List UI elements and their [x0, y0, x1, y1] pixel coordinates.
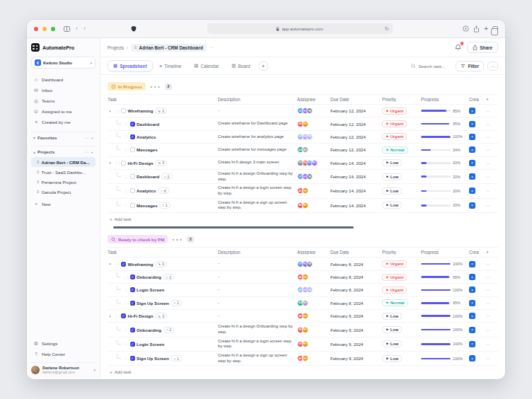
sidebar-item-teams[interactable]: ◎Teams	[31, 96, 96, 106]
notifications-button[interactable]: 1	[453, 43, 462, 52]
back-button[interactable]: ‹	[76, 25, 78, 32]
add-task-button[interactable]: +Add task	[108, 366, 498, 378]
table-row[interactable]: ▾⋮⋮Hi-Fi Design↳3Create hi-fi design 3 m…	[108, 157, 498, 170]
task-checkbox[interactable]	[130, 147, 135, 152]
task-checkbox[interactable]: ✓	[130, 342, 135, 347]
share-button[interactable]: Share	[467, 42, 498, 53]
page-more-icon[interactable]: ⋯	[209, 45, 214, 50]
table-row[interactable]: ⋮⋮Messages○1Create hi-fi a design a sign…	[108, 199, 498, 213]
filter-button[interactable]: Filter	[456, 61, 484, 71]
table-row[interactable]: ⋮⋮✓Sign Up Screen○1-AAHGFebruary 8, 2024…	[108, 297, 498, 310]
breadcrumb-current[interactable]: ≡ Adrian Bert - CRM Dashboard	[131, 44, 207, 52]
drag-handle-icon[interactable]: ⋮⋮	[115, 109, 120, 113]
downloads-icon[interactable]	[463, 25, 469, 32]
close-window-button[interactable]	[34, 27, 38, 31]
address-bar[interactable]: app.automatepro.com ↻	[207, 23, 393, 34]
drag-handle-icon[interactable]: ⋮⋮	[123, 189, 128, 193]
row-menu-button[interactable]: ⋯	[486, 134, 498, 139]
chevron-down-icon[interactable]: ▾	[108, 109, 112, 113]
add-task-button[interactable]: +Add task	[108, 213, 498, 225]
row-menu-button[interactable]: ⋯	[486, 328, 498, 332]
group-status-badge[interactable]: In Progress	[108, 82, 146, 91]
task-checkbox[interactable]	[130, 203, 135, 208]
row-menu-button[interactable]: ⋯	[486, 122, 498, 127]
sidebar-item-dashboard[interactable]: ⌂Dashboard	[31, 74, 96, 85]
row-menu-button[interactable]: ⋯	[486, 301, 498, 306]
table-row[interactable]: ⋮⋮✓Onboarding○2-ASHGFebruary 8, 2024⚑Urg…	[108, 271, 498, 284]
add-icon[interactable]: +	[91, 150, 93, 154]
row-menu-button[interactable]: ⋯	[486, 356, 498, 361]
browser-sidebar-icon[interactable]	[64, 26, 70, 32]
group-status-badge[interactable]: Ready to check by PM	[108, 235, 168, 243]
project-item[interactable]: ≡Adrian Bert - CRM Da...	[31, 157, 96, 167]
horizontal-scrollbar[interactable]	[113, 226, 354, 229]
tab-board[interactable]: ▥Board	[226, 60, 255, 71]
row-menu-button[interactable]: ⋯	[486, 262, 498, 267]
task-checkbox[interactable]: ✓	[130, 122, 135, 127]
sidebar-item-inbox[interactable]: ✉Inbox	[31, 85, 96, 96]
task-checkbox[interactable]: ✓	[130, 287, 135, 292]
drag-handle-icon[interactable]: ⋮⋮	[123, 148, 128, 152]
share-page-icon[interactable]	[473, 25, 480, 33]
more-icon[interactable]: ⋯	[84, 135, 88, 140]
task-checkbox[interactable]: ✓	[130, 134, 135, 139]
chevron-down-icon[interactable]: ▾	[108, 161, 112, 165]
task-checkbox[interactable]	[121, 108, 126, 113]
chevron-down-icon[interactable]: ▾	[108, 262, 112, 266]
breadcrumb-root[interactable]: Projects	[108, 45, 124, 50]
workspace-selector[interactable]: K Keitoto Studio ▾	[31, 57, 96, 69]
minimize-window-button[interactable]	[42, 27, 47, 31]
more-icon[interactable]: ⋯	[84, 149, 88, 154]
table-row[interactable]: ⋮⋮✓Login ScreenCreate hi-fi a design a l…	[108, 337, 498, 352]
row-menu-button[interactable]: ⋯	[486, 108, 498, 113]
favorites-section-header[interactable]: ▾ Favorites ⋯ +	[31, 132, 96, 141]
toolbar-more-button[interactable]: ⋯	[487, 62, 498, 71]
reload-icon[interactable]: ↻	[385, 26, 389, 32]
group-more-icon[interactable]: ⋯	[171, 233, 183, 246]
row-menu-button[interactable]: ⋯	[486, 342, 498, 347]
task-checkbox[interactable]	[130, 174, 135, 179]
task-checkbox[interactable]	[130, 188, 135, 193]
column-header-+[interactable]: +	[486, 97, 498, 102]
row-menu-button[interactable]: ⋯	[486, 174, 498, 179]
table-row[interactable]: ▾⋮⋮✓Wireframing↳3-GTHCTBFebruary 8, 2024…	[108, 258, 498, 270]
table-row[interactable]: ⋮⋮✓Login Screen-GTHCTBFebruary 8, 2024⚑U…	[108, 284, 498, 296]
table-row[interactable]: ⋮⋮Analytics○6Create hi-fi a design a log…	[108, 184, 498, 198]
column-header-+[interactable]: +	[486, 250, 498, 255]
search-box[interactable]	[411, 64, 452, 69]
search-input[interactable]	[418, 64, 452, 69]
drag-handle-icon[interactable]: ⋮⋮	[115, 262, 120, 266]
shield-icon[interactable]	[131, 25, 137, 32]
drag-handle-icon[interactable]: ⋮⋮	[123, 122, 128, 126]
task-checkbox[interactable]: ✓	[130, 328, 135, 332]
sidebar-item-assigned-to-me[interactable]: ⊙Assigned to me	[31, 106, 96, 117]
table-row[interactable]: ⋮⋮✓Sign Up Screen○1Create hi-fi a design…	[108, 352, 498, 366]
drag-handle-icon[interactable]: ⋮⋮	[123, 175, 128, 179]
zoom-window-button[interactable]	[51, 27, 55, 31]
row-menu-button[interactable]: ⋯	[486, 274, 498, 279]
table-row[interactable]: ⋮⋮✓DashboardCreate wireframe for Dashboa…	[108, 117, 498, 130]
sidebar-item-settings[interactable]: ⚙Settings	[31, 338, 96, 349]
project-item[interactable]: ≡Garuda Project	[31, 187, 96, 197]
row-menu-button[interactable]: ⋯	[486, 188, 498, 193]
projects-section-header[interactable]: ▴ Projects ⋯ +	[31, 146, 96, 156]
row-menu-button[interactable]: ⋯	[486, 161, 498, 166]
new-tab-icon[interactable]: +	[484, 25, 488, 33]
row-menu-button[interactable]: ⋯	[486, 203, 498, 208]
task-checkbox[interactable]	[121, 161, 126, 166]
table-row[interactable]: ⋮⋮MessagesCreate wireframe for messages …	[108, 144, 498, 156]
row-menu-button[interactable]: ⋯	[486, 287, 498, 292]
new-project-button[interactable]: + New	[31, 199, 96, 209]
drag-handle-icon[interactable]: ⋮⋮	[115, 314, 120, 318]
tab-calendar[interactable]: ▤Calendar	[188, 60, 224, 71]
sidebar-item-created-by-me[interactable]: ≡Created by me	[31, 117, 96, 127]
project-item[interactable]: ≡Pertamina Project	[31, 177, 96, 187]
drag-handle-icon[interactable]: ⋮⋮	[115, 161, 120, 165]
table-row[interactable]: ▾⋮⋮Wireframing↳3-GTHCTBFebruary 12, 2024…	[108, 105, 498, 117]
user-account[interactable]: Darlene Robertson darlene@gmail.com ▾	[31, 362, 96, 374]
drag-handle-icon[interactable]: ⋮⋮	[123, 134, 128, 139]
project-item[interactable]: ≡Trust - SaaS Dashbo...	[31, 167, 96, 177]
drag-handle-icon[interactable]: ⋮⋮	[123, 203, 128, 207]
table-row[interactable]: ⋮⋮Dashboard○2Create hi-fi a design Onboa…	[108, 170, 498, 184]
tab-spreadsheet[interactable]: ▦Spreadsheet	[108, 60, 153, 71]
